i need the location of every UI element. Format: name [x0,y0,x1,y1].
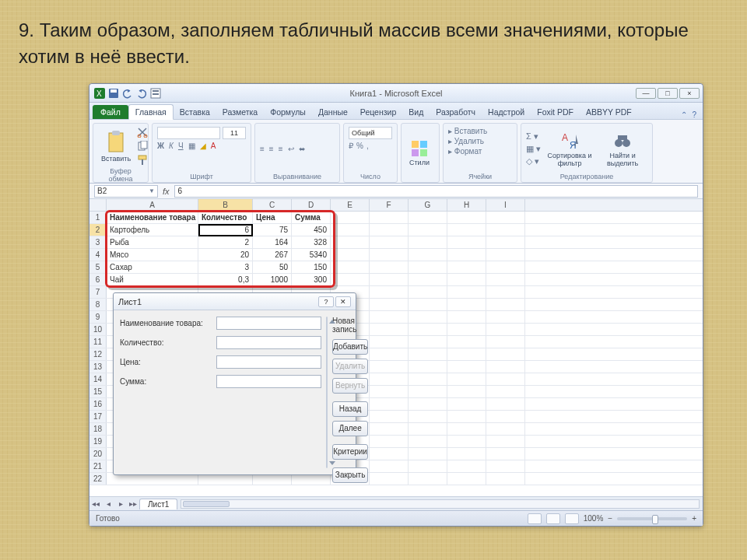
help-icon[interactable]: ? [692,110,696,119]
view-page-break-button[interactable] [565,513,579,524]
rowhdr[interactable]: 13 [89,361,107,373]
merge-icon[interactable]: ⬌ [299,145,305,153]
delete-cells-button[interactable]: ▸ Удалить [448,137,484,145]
sheet-nav-prev[interactable]: ◂ [102,499,114,508]
font-color-icon[interactable]: A [211,142,216,150]
colhdr-G[interactable]: G [409,199,447,211]
cell[interactable]: Картофель [107,224,198,236]
rowhdr[interactable]: 5 [89,261,107,273]
zoom-in-button[interactable]: + [692,514,696,523]
rowhdr[interactable]: 17 [89,411,107,422]
cell[interactable]: 328 [292,236,331,248]
bold-icon[interactable]: Ж [157,142,164,150]
prev-button[interactable]: Назад [332,401,368,417]
rowhdr[interactable]: 16 [89,398,107,410]
restore-button[interactable]: Вернуть [332,378,368,394]
tab-file[interactable]: Файл [93,105,128,119]
rowhdr[interactable]: 11 [89,336,107,348]
cell[interactable]: Чай [107,274,198,285]
colhdr-E[interactable]: E [331,199,370,211]
next-button[interactable]: Далее [332,421,368,436]
rowhdr[interactable]: 8 [89,299,107,310]
worksheet[interactable]: A B C D E F G H I 1 Наименование товара … [89,199,703,496]
paste-button[interactable]: Вставить [98,128,134,164]
align-left-icon[interactable]: ≡ [260,145,265,153]
rowhdr[interactable]: 10 [89,324,107,335]
copy-icon[interactable] [137,141,148,152]
comma-icon[interactable]: , [366,142,369,150]
cell[interactable]: 150 [292,261,331,273]
rowhdr[interactable]: 19 [89,436,107,447]
dialog-close-button[interactable]: ✕ [335,296,351,307]
styles-button[interactable]: Стили [406,138,433,168]
colhdr-F[interactable]: F [370,199,409,211]
cell[interactable]: Количество [198,212,253,223]
tab-foxit[interactable]: Foxit PDF [531,105,580,119]
cell[interactable]: 267 [253,249,292,261]
cell[interactable]: Сумма [292,212,331,223]
cell[interactable]: Сахар [107,261,198,273]
cell[interactable]: Цена [253,212,292,223]
field-sum-input[interactable] [216,375,321,388]
number-format-combo[interactable]: Общий [349,127,392,139]
rowhdr[interactable]: 4 [89,249,107,261]
tab-data[interactable]: Данные [312,105,354,119]
fx-icon[interactable]: fx [163,187,170,196]
field-qty-input[interactable] [216,336,321,349]
rowhdr[interactable]: 21 [89,460,107,472]
rowhdr[interactable]: 6 [89,274,107,285]
close-form-button[interactable]: Закрыть [332,467,368,483]
rowhdr[interactable]: 7 [89,286,107,298]
cell[interactable]: 1000 [253,274,292,285]
cell[interactable]: Наименование товара [107,212,198,223]
fill-color-icon[interactable]: ◢ [200,142,206,150]
tab-review[interactable]: Рецензир [354,105,402,119]
tab-addins[interactable]: Надстрой [482,105,531,119]
autosum-icon[interactable]: Σ ▾ [526,131,541,142]
clear-icon[interactable]: ◇ ▾ [526,156,541,166]
rowhdr[interactable]: 9 [89,311,107,323]
rowhdr[interactable]: 18 [89,423,107,435]
currency-icon[interactable]: ₽ [349,142,353,150]
cell[interactable]: Мясо [107,249,198,261]
underline-icon[interactable]: Ч [178,142,184,150]
tab-view[interactable]: Вид [402,105,430,119]
cell[interactable]: 300 [292,274,331,285]
cell[interactable]: 3 [198,261,253,273]
wrap-text-icon[interactable]: ↩ [288,145,294,153]
cell[interactable]: 20 [198,249,253,261]
cut-icon[interactable] [137,127,148,138]
font-size-combo[interactable]: 11 [223,127,246,139]
rowhdr[interactable]: 1 [89,212,107,223]
tab-developer[interactable]: Разработч [430,105,482,119]
align-center-icon[interactable]: ≡ [269,145,274,153]
cell[interactable]: 164 [253,236,292,248]
sheet-nav-first[interactable]: ◂◂ [89,499,102,508]
field-price-input[interactable] [216,355,321,369]
colhdr-I[interactable]: I [486,199,525,211]
percent-icon[interactable]: % [356,142,363,150]
fill-icon[interactable]: ▦ ▾ [526,144,541,154]
rowhdr[interactable]: 12 [89,348,107,360]
tab-insert[interactable]: Вставка [174,105,216,119]
colhdr-B[interactable]: B [198,199,253,211]
zoom-slider[interactable] [617,517,687,520]
rowhdr[interactable]: 2 [89,224,107,236]
colhdr-C[interactable]: C [253,199,292,211]
tab-formulas[interactable]: Формулы [264,105,312,119]
colhdr-D[interactable]: D [292,199,331,211]
view-page-layout-button[interactable] [546,513,560,524]
formula-bar[interactable]: 6 [174,185,698,198]
delete-button[interactable]: Удалить [332,359,368,374]
italic-icon[interactable]: К [169,142,174,150]
cell[interactable]: 450 [292,224,331,236]
font-name-combo[interactable] [157,127,220,139]
find-select-button[interactable]: Найти и выделить [598,130,647,169]
tab-home[interactable]: Главная [128,104,174,120]
rowhdr[interactable]: 20 [89,448,107,460]
cell[interactable]: 5340 [292,249,331,261]
colhdr-H[interactable]: H [447,199,486,211]
align-right-icon[interactable]: ≡ [279,145,283,153]
rowhdr[interactable]: 22 [89,473,107,485]
ribbon-minimize-icon[interactable]: ⌃ [681,110,687,119]
